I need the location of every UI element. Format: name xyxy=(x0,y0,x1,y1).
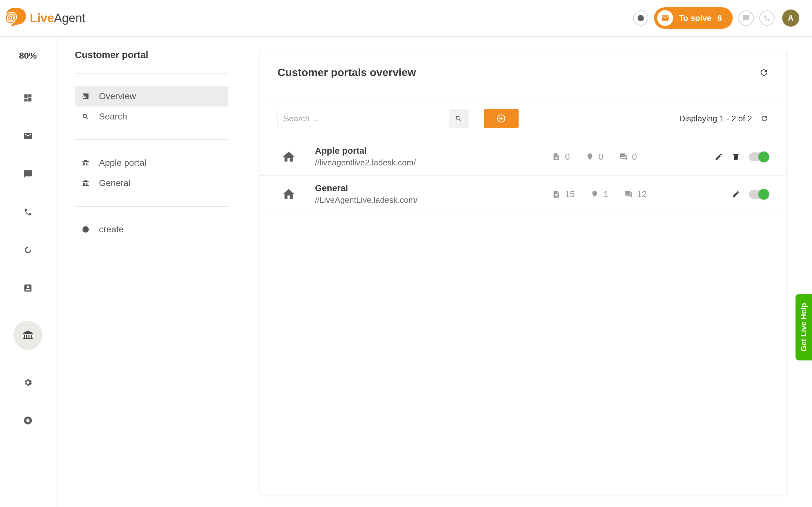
subside-create-label: create xyxy=(99,224,124,234)
get-live-help-label: Get Live Help xyxy=(799,303,808,351)
brand-name: LiveAgent xyxy=(30,11,85,25)
brand-name-agent: Agent xyxy=(54,11,85,25)
subside-overview[interactable]: Overview xyxy=(75,86,229,107)
subside-portal-apple[interactable]: Apple portal xyxy=(75,153,229,173)
page-title: Customer portals overview xyxy=(277,66,416,78)
gear-icon xyxy=(23,378,33,387)
forum-icon xyxy=(619,153,627,161)
pencil-icon xyxy=(715,153,723,161)
enable-toggle[interactable] xyxy=(749,153,768,161)
to-solve-count: 6 xyxy=(717,13,722,23)
avatar-initial: A xyxy=(788,14,793,22)
portal-name: Apple portal xyxy=(315,146,537,156)
enable-toggle[interactable] xyxy=(749,190,768,199)
search-submit-button[interactable] xyxy=(449,109,468,128)
get-live-help-button[interactable]: Get Live Help xyxy=(796,294,812,360)
stat-ideas: 1 xyxy=(591,189,608,199)
call-header-button[interactable] xyxy=(759,10,774,26)
list-refresh-button[interactable] xyxy=(760,114,768,123)
bulb-icon xyxy=(586,153,594,161)
rail-calls[interactable] xyxy=(22,207,33,217)
rail-settings[interactable] xyxy=(22,377,33,388)
avatar[interactable]: A xyxy=(782,9,799,26)
search-wrap xyxy=(277,109,468,128)
to-solve-button[interactable]: To solve 6 xyxy=(654,7,733,29)
subside-overview-label: Overview xyxy=(99,91,136,101)
main-panel: Customer portals overview xyxy=(247,37,812,507)
rail-reports[interactable] xyxy=(22,245,33,256)
dashboard-icon xyxy=(23,93,33,103)
rail-tickets[interactable] xyxy=(22,130,33,141)
rail-extensions[interactable] xyxy=(22,415,33,426)
portal-row[interactable]: General //LiveAgentLive.ladesk.com/ 15 1… xyxy=(260,175,786,213)
mail-icon xyxy=(657,10,673,26)
subside-title: Customer portal xyxy=(75,49,229,60)
phone-icon xyxy=(23,208,32,216)
portal-url: //liveagentlive2.ladesk.com/ xyxy=(315,158,537,168)
refresh-icon xyxy=(759,68,768,77)
new-button[interactable] xyxy=(633,10,648,26)
brand-logo[interactable]: @ LiveAgent xyxy=(3,8,85,28)
mail-icon xyxy=(23,131,33,141)
chat-header-button[interactable] xyxy=(739,10,754,26)
brand-name-live: Live xyxy=(30,11,54,25)
pagination-text: Displaying 1 - 2 of 2 xyxy=(679,114,752,124)
bank-icon xyxy=(81,158,90,167)
rail-contacts[interactable] xyxy=(22,283,33,293)
subside-create[interactable]: create xyxy=(75,219,229,239)
subside-portal-general[interactable]: General xyxy=(75,173,229,193)
page-refresh-button[interactable] xyxy=(759,68,768,77)
rail-customer-portal[interactable] xyxy=(13,321,43,350)
plus-circle-icon xyxy=(81,225,90,234)
search-icon xyxy=(81,112,90,121)
rail-dashboard[interactable] xyxy=(22,93,33,103)
subside-portal-general-label: General xyxy=(99,178,131,188)
stat-articles: 15 xyxy=(552,189,575,199)
delete-button[interactable] xyxy=(732,153,740,161)
trash-icon xyxy=(732,153,740,161)
home-icon xyxy=(282,150,296,164)
portal-name: General xyxy=(315,183,537,193)
forum-icon xyxy=(624,190,632,199)
file-icon xyxy=(552,190,560,199)
setup-progress[interactable]: 80% xyxy=(19,51,37,61)
subside-portal-apple-label: Apple portal xyxy=(99,158,146,168)
file-icon xyxy=(552,153,560,161)
star-circle-icon xyxy=(23,416,33,425)
stat-forums: 0 xyxy=(619,152,637,162)
bank-icon xyxy=(22,330,34,341)
to-solve-label: To solve xyxy=(679,13,712,23)
plus-circle-icon xyxy=(497,114,506,123)
rail-chats[interactable] xyxy=(22,169,33,179)
search-input[interactable] xyxy=(277,109,449,128)
subside-search-label: Search xyxy=(99,112,127,122)
chat-icon xyxy=(742,14,750,22)
pencil-icon xyxy=(732,190,740,199)
chat-icon xyxy=(23,169,33,179)
nav-rail: 80% xyxy=(0,37,56,507)
stat-ideas: 0 xyxy=(586,152,604,162)
stat-forums: 12 xyxy=(624,189,647,199)
sub-sidebar: Customer portal Overview Search Apple po… xyxy=(56,37,247,507)
stat-articles: 0 xyxy=(552,152,570,162)
header-actions: To solve 6 A xyxy=(633,7,799,29)
bank-icon xyxy=(81,179,90,187)
refresh-icon xyxy=(760,114,768,123)
plus-circle-icon xyxy=(637,14,645,22)
phone-icon xyxy=(763,14,770,21)
brand-mark-icon: @ xyxy=(3,8,26,28)
edit-button[interactable] xyxy=(715,153,723,161)
overview-square-icon xyxy=(81,92,90,101)
add-portal-button[interactable] xyxy=(484,109,519,128)
bulb-icon xyxy=(591,190,599,199)
portal-url: //LiveAgentLive.ladesk.com/ xyxy=(315,195,537,205)
subside-search[interactable]: Search xyxy=(75,107,229,127)
search-icon xyxy=(455,115,462,122)
contacts-icon xyxy=(23,283,33,293)
portal-row[interactable]: Apple portal //liveagentlive2.ladesk.com… xyxy=(260,138,786,175)
loading-ring-icon xyxy=(23,245,33,255)
edit-button[interactable] xyxy=(732,190,740,199)
home-icon xyxy=(282,187,296,201)
app-header: @ LiveAgent To solve 6 A xyxy=(0,0,812,37)
